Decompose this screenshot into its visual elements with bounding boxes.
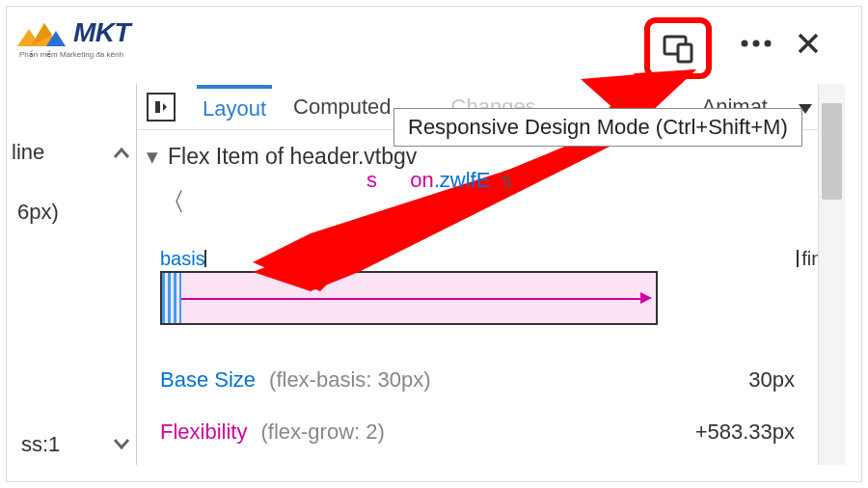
svg-point-1 — [753, 40, 760, 46]
panel-toggle-icon[interactable] — [147, 93, 176, 122]
close-icon[interactable] — [791, 26, 826, 61]
rules-text-6px: 6px) — [17, 200, 59, 225]
svg-rect-13 — [155, 101, 160, 113]
scrollbar[interactable] — [818, 84, 845, 465]
base-size-label: Base Size — [160, 367, 256, 393]
svg-rect-4 — [678, 44, 692, 62]
rules-text-ss1: ss:1 — [21, 432, 60, 457]
responsive-design-mode-icon[interactable] — [661, 31, 695, 66]
breadcrumb-back-icon[interactable]: 〈 — [160, 185, 185, 219]
flexibility-note: (flex-grow: 2) — [260, 420, 384, 445]
logo-subtitle: Phần mềm Marketing đa kênh — [19, 50, 123, 59]
scroll-down-icon[interactable] — [109, 430, 134, 457]
rules-panel-slice: line 6px) ss:1 — [12, 84, 137, 465]
mkt-logo: MKT — [17, 17, 130, 48]
collapse-triangle-icon: ▾ — [147, 144, 158, 170]
flexibility-value: +583.33px — [695, 420, 795, 445]
base-size-value: 30px — [748, 367, 795, 393]
svg-point-2 — [765, 40, 772, 46]
scrollbar-thumb[interactable] — [822, 103, 842, 200]
sort-icon[interactable]: ⇅ — [501, 174, 513, 190]
more-icon[interactable] — [739, 26, 773, 61]
scroll-up-icon[interactable] — [109, 140, 134, 167]
svg-marker-14 — [163, 103, 167, 111]
logo-text: MKT — [73, 17, 130, 48]
flexibility-label: Flexibility — [160, 420, 247, 445]
rules-text-line: line — [12, 140, 44, 165]
tooltip: Responsive Design Mode (Ctrl+Shift+M) — [393, 108, 802, 147]
base-size-note: (flex-basis: 30px) — [269, 367, 431, 393]
logo-mark-icon — [17, 17, 68, 48]
label-basis: basis — [160, 248, 205, 270]
breadcrumb-element[interactable]: section.zwlfE ⇅ — [366, 168, 513, 193]
svg-point-0 — [742, 40, 748, 46]
